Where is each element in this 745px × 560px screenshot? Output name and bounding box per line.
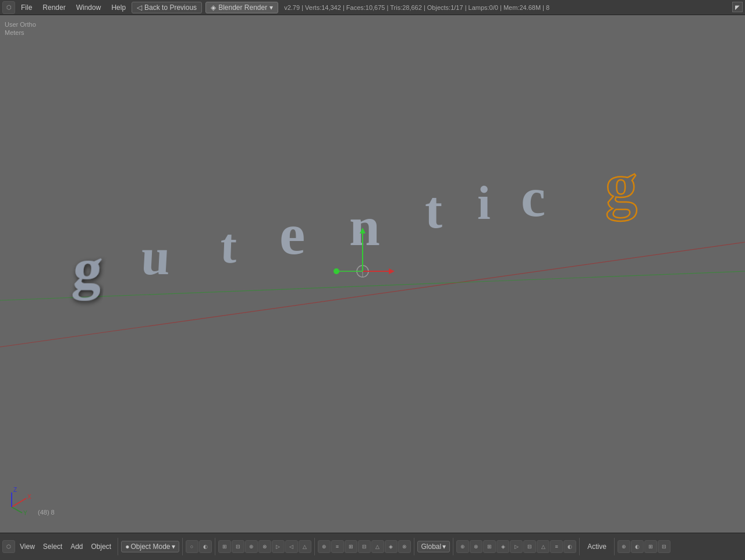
- separator-4: [314, 538, 315, 555]
- snap-icon-7[interactable]: △: [299, 540, 311, 553]
- svg-text:u: u: [140, 228, 172, 285]
- back-icon: ◁: [137, 3, 142, 12]
- extra-btn-2[interactable]: ⊗: [470, 540, 483, 553]
- space-arrow-icon: ▾: [442, 543, 446, 551]
- right-btn-4[interactable]: ⊟: [658, 540, 670, 553]
- svg-text:(48) 8: (48) 8: [38, 509, 55, 516]
- svg-text:n: n: [349, 196, 380, 257]
- snap-group: ⊞ ⊟ ⊕ ⊗ ▷ ◁ △: [218, 540, 311, 553]
- snap-icon-2[interactable]: ⊟: [232, 540, 244, 553]
- render-engine-icon: ◈: [211, 3, 216, 12]
- svg-rect-0: [0, 15, 745, 533]
- mode-icon: ●: [125, 543, 129, 551]
- tool-btn-7[interactable]: ⊗: [398, 540, 411, 553]
- svg-text:t: t: [425, 181, 442, 239]
- extra-tools-group: ⊕ ⊗ ⊞ ◈ ▷ ⊟ △ ≡ ◐: [456, 540, 576, 553]
- help-menu[interactable]: Help: [107, 2, 130, 13]
- mode-label: Object Mode: [130, 543, 170, 551]
- right-btn-2[interactable]: ◐: [631, 540, 644, 553]
- viewport-shading-group: ○ ◐: [186, 540, 212, 553]
- file-menu[interactable]: File: [16, 2, 37, 13]
- 3d-viewport[interactable]: g u t e n t i c g: [0, 15, 745, 533]
- stats-text: v2.79 | Verts:14,342 | Faces:10,675 | Tr…: [284, 4, 549, 11]
- tool-btn-2[interactable]: ≡: [331, 540, 344, 553]
- viewport-shade-btn-1[interactable]: ○: [186, 540, 198, 553]
- space-label: Global: [421, 543, 442, 551]
- snap-icon-4[interactable]: ⊗: [258, 540, 271, 553]
- back-to-previous-button[interactable]: ◁ Back to Previous: [132, 2, 202, 13]
- window-menu[interactable]: Window: [72, 2, 106, 13]
- view-menu[interactable]: View: [16, 541, 38, 552]
- svg-text:X: X: [27, 494, 31, 500]
- extra-btn-3[interactable]: ⊞: [483, 540, 496, 553]
- tool-btn-4[interactable]: ⊟: [358, 540, 371, 553]
- svg-text:i: i: [477, 176, 491, 229]
- dropdown-arrow-icon: ▾: [269, 3, 273, 12]
- svg-text:Z: Z: [13, 487, 17, 493]
- tool-btn-6[interactable]: ◈: [385, 540, 398, 553]
- object-menu[interactable]: Object: [88, 541, 115, 552]
- tool-btn-3[interactable]: ⊞: [345, 540, 357, 553]
- tool-btn-1[interactable]: ⊕: [318, 540, 331, 553]
- separator-3: [215, 538, 215, 555]
- separator-7: [579, 538, 580, 555]
- viewport-shade-btn-2[interactable]: ◐: [199, 540, 212, 553]
- snap-icon-5[interactable]: ▷: [272, 540, 285, 553]
- render-engine-label: Blender Render: [218, 3, 267, 12]
- tools-group: ⊕ ≡ ⊞ ⊟ △ ◈ ⊗: [318, 540, 411, 553]
- extra-btn-6[interactable]: ⊟: [523, 540, 536, 553]
- separator-8: [614, 538, 615, 555]
- render-menu[interactable]: Render: [38, 2, 70, 13]
- svg-text:Y: Y: [23, 510, 27, 516]
- extra-btn-4[interactable]: ◈: [496, 540, 509, 553]
- blender-icon[interactable]: ⬡: [2, 1, 15, 14]
- mode-arrow-icon: ▾: [172, 543, 175, 551]
- separator-6: [453, 538, 453, 555]
- svg-text:g: g: [605, 150, 637, 221]
- snap-icon-3[interactable]: ⊕: [245, 540, 258, 553]
- add-menu[interactable]: Add: [67, 541, 86, 552]
- bottom-toolbar: ⬡ View Select Add Object ● Object Mode ▾…: [0, 533, 745, 560]
- corner-expand-button[interactable]: ◤: [732, 2, 743, 12]
- svg-text:g: g: [70, 237, 105, 302]
- extra-btn-8[interactable]: ≡: [550, 540, 563, 553]
- render-engine-dropdown[interactable]: ◈ Blender Render ▾: [205, 2, 278, 13]
- extra-btn-5[interactable]: ▷: [510, 540, 523, 553]
- top-menu-bar: ⬡ File Render Window Help ◁ Back to Prev…: [0, 0, 745, 15]
- svg-text:c: c: [521, 166, 545, 228]
- svg-text:User Ortho: User Ortho: [5, 21, 36, 28]
- extra-btn-7[interactable]: △: [537, 540, 549, 553]
- transform-space-dropdown[interactable]: Global ▾: [417, 541, 450, 552]
- svg-text:t: t: [219, 218, 238, 273]
- separator-5: [414, 538, 414, 555]
- right-tools-group: ⊕ ◐ ⊞ ⊟: [618, 540, 670, 553]
- snap-icon-1[interactable]: ⊞: [218, 540, 231, 553]
- tool-btn-5[interactable]: △: [371, 540, 384, 553]
- back-label: Back to Previous: [144, 3, 197, 12]
- snap-icon-6[interactable]: ◁: [285, 540, 298, 553]
- active-object-label: Active: [583, 541, 611, 552]
- bottom-blender-icon[interactable]: ⬡: [2, 540, 15, 553]
- svg-text:e: e: [279, 202, 305, 267]
- separator-2: [182, 538, 183, 555]
- extra-btn-9[interactable]: ◐: [563, 540, 576, 553]
- object-mode-dropdown[interactable]: ● Object Mode ▾: [121, 541, 179, 552]
- separator-1: [118, 538, 118, 555]
- right-btn-1[interactable]: ⊕: [618, 540, 630, 553]
- select-menu[interactable]: Select: [40, 541, 66, 552]
- svg-text:Meters: Meters: [5, 29, 24, 36]
- extra-btn-1[interactable]: ⊕: [456, 540, 469, 553]
- scene-canvas: g u t e n t i c g: [0, 15, 745, 533]
- right-btn-3[interactable]: ⊞: [644, 540, 657, 553]
